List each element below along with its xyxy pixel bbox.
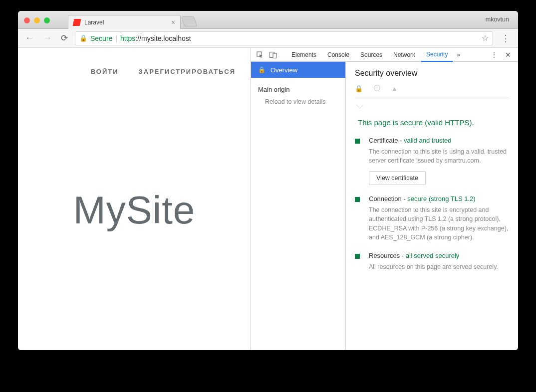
reload-button[interactable]: ⟳ (59, 33, 70, 43)
certificate-block: Certificate - valid and trusted The conn… (355, 137, 509, 185)
maximize-window-button[interactable] (44, 17, 50, 23)
titlebar: Laravel × mkovtun (18, 11, 518, 29)
site-nav: ВОЙТИ ЗАРЕГИСТРИРОВАТЬСЯ (18, 68, 251, 75)
webpage: ВОЙТИ ЗАРЕГИСТРИРОВАТЬСЯ MySite (18, 48, 251, 350)
resources-block: Resources - all served securely All reso… (355, 252, 509, 271)
bookmark-star-icon[interactable]: ☆ (482, 33, 489, 43)
security-headline: This page is secure (valid HTTPS). (358, 118, 509, 127)
tabs-overflow-icon[interactable]: » (454, 51, 463, 58)
security-overview-title: Security overview (355, 69, 509, 78)
warning-icon: ▲ (391, 85, 398, 92)
tab-sources[interactable]: Sources (355, 48, 387, 61)
devtools-body: 🔒 Overview Main origin Reload to view de… (251, 62, 518, 350)
resources-description: All resources on this page are served se… (369, 262, 509, 271)
certificate-description: The connection to this site is using a v… (369, 147, 509, 165)
favicon-icon (73, 19, 81, 26)
lock-icon: 🔒 (258, 66, 266, 73)
url-scheme: https (120, 34, 135, 42)
certificate-heading: Certificate - valid and trusted (369, 137, 509, 144)
browser-menu-icon[interactable]: ⋮ (498, 33, 513, 44)
forward-button[interactable]: → (41, 33, 54, 43)
tab-close-icon[interactable]: × (171, 18, 175, 26)
tab-network[interactable]: Network (388, 48, 420, 61)
url-rest: ://mysite.localhost (135, 34, 191, 42)
devtools-menu-icon[interactable]: ⋮ (488, 51, 500, 58)
browser-window: Laravel × mkovtun ← → ⟳ 🔒 Secure | https… (18, 11, 518, 350)
info-icon: ⓘ (374, 84, 380, 93)
devtools-tabbar: Elements Console Sources Network Securit… (251, 48, 518, 62)
minimize-window-button[interactable] (34, 17, 40, 23)
security-sidebar: 🔒 Overview Main origin Reload to view de… (251, 62, 346, 350)
sidebar-item-overview[interactable]: 🔒 Overview (251, 62, 345, 78)
devtools-close-icon[interactable]: ✕ (501, 51, 515, 59)
resources-heading: Resources - all served securely (369, 252, 509, 259)
security-main: Security overview 🔒 ⓘ ▲ This page is sec… (346, 62, 518, 350)
tab-console[interactable]: Console (322, 48, 354, 61)
svg-rect-2 (273, 53, 276, 58)
caret-indicator (356, 105, 364, 109)
secure-lock-icon: 🔒 (355, 85, 363, 92)
divider (355, 98, 509, 98)
profile-name[interactable]: mkovtun (486, 16, 509, 23)
tab-elements[interactable]: Elements (286, 48, 321, 61)
secure-chip: Secure (90, 34, 112, 42)
new-tab-button[interactable] (181, 16, 197, 26)
connection-block: Connection - secure (strong TLS 1.2) The… (355, 195, 509, 242)
status-square-icon (355, 197, 360, 202)
site-brand: MySite (18, 188, 251, 233)
close-window-button[interactable] (24, 17, 30, 23)
tab-title: Laravel (84, 19, 104, 26)
connection-heading: Connection - secure (strong TLS 1.2) (369, 195, 509, 202)
address-bar[interactable]: 🔒 Secure | https://mysite.localhost ☆ (75, 31, 493, 45)
nav-register-link[interactable]: ЗАРЕГИСТРИРОВАТЬСЯ (139, 68, 236, 75)
lock-icon: 🔒 (79, 34, 87, 42)
devtools-panel: Elements Console Sources Network Securit… (251, 48, 518, 350)
device-toolbar-icon[interactable] (267, 51, 279, 58)
content-area: ВОЙТИ ЗАРЕГИСТРИРОВАТЬСЯ MySite Elements… (18, 48, 518, 350)
back-button[interactable]: ← (23, 33, 36, 43)
inspect-element-icon[interactable] (254, 51, 266, 58)
separator: | (115, 34, 117, 42)
sidebar-reload-hint: Reload to view details (251, 96, 345, 105)
tab-security[interactable]: Security (421, 48, 453, 62)
browser-toolbar: ← → ⟳ 🔒 Secure | https://mysite.localhos… (18, 29, 518, 48)
overview-label: Overview (270, 66, 297, 74)
connection-description: The connection to this site is encrypted… (369, 205, 509, 242)
browser-tab[interactable]: Laravel × (68, 15, 181, 29)
window-controls (24, 17, 50, 23)
status-square-icon (355, 254, 360, 259)
sidebar-main-origin-heading: Main origin (251, 78, 345, 96)
status-icon-row: 🔒 ⓘ ▲ (355, 84, 509, 93)
view-certificate-button[interactable]: View certificate (369, 171, 426, 185)
nav-login-link[interactable]: ВОЙТИ (91, 68, 119, 75)
status-square-icon (355, 139, 360, 144)
